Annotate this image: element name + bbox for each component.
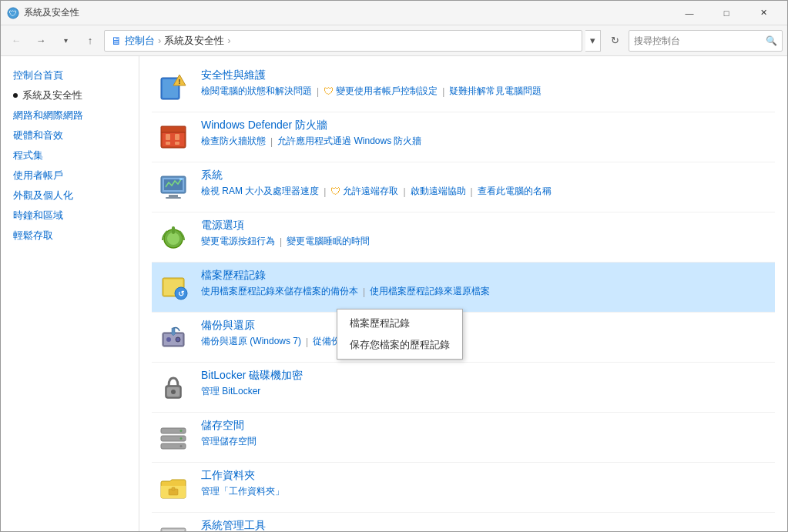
file-history-tooltip: 檔案歷程記錄 保存您檔案的歷程記錄 [337,309,463,360]
sidebar-item-home[interactable]: 控制台首頁 [1,65,139,85]
svg-rect-11 [166,142,170,145]
security-maintenance-body: 安全性與維護 檢閱電腦的狀態和解決問題 | 🛡變更使用者帳戶控制設定 | 疑難排… [201,69,772,98]
sidebar-item-system-security[interactable]: 系統及安全性 [1,85,139,105]
section-security-maintenance: ! 安全性與維護 檢閱電腦的狀態和解決問題 | 🛡變更使用者帳戶控制設定 | 疑… [152,62,775,112]
bitlocker-icon [155,369,192,406]
svg-rect-21 [172,226,175,234]
sidebar-item-label: 系統及安全性 [22,89,82,102]
link-ram-speed[interactable]: 檢視 RAM 大小及處理器速度 [201,185,319,198]
sidebar-item-label: 時鐘和區域 [13,209,63,223]
link-sleep-time[interactable]: 變更電腦睡眠的時間 [287,235,370,248]
sidebar-item-user-accounts[interactable]: 使用者帳戶 [1,166,139,186]
minimize-button[interactable]: — [672,1,707,25]
link-review-computer[interactable]: 檢閱電腦的狀態和解決問題 [201,85,312,98]
backup-icon [155,319,192,356]
link-save-backup[interactable]: 使用檔案歷程記錄來儲存檔案的備份本 [201,285,358,298]
file-history-title[interactable]: 檔案歷程記錄 [201,269,772,283]
svg-point-32 [171,390,176,394]
link-backup-restore-win7[interactable]: 備份與還原 (Windows 7) [201,335,301,348]
forward-button[interactable]: → [30,30,52,52]
section-power: 電源選項 變更電源按鈕行為 | 變更電腦睡眠的時間 [152,212,775,263]
window-controls: — □ ✕ [672,1,781,25]
link-troubleshoot[interactable]: 疑難排解常見電腦問題 [449,85,542,98]
system-links: 檢視 RAM 大小及處理器速度 | 🛡允許遠端存取 | 啟動遠端協助 | 查看此… [201,185,772,198]
power-body: 電源選項 變更電源按鈕行為 | 變更電腦睡眠的時間 [201,219,772,248]
link-manage-work-folder[interactable]: 管理「工作資料夾」 [201,485,284,498]
work-folder-links: 管理「工作資料夾」 [201,485,772,498]
backup-links: 備份與還原 (Windows 7) | 從備份還原檔案 [201,335,772,348]
storage-title[interactable]: 儲存空間 [201,419,772,433]
bitlocker-body: BitLocker 磁碟機加密 管理 BitLocker [201,369,772,398]
close-button[interactable]: ✕ [746,1,781,25]
path-dropdown-button[interactable]: ▾ [585,30,601,52]
power-title[interactable]: 電源選項 [201,219,772,233]
storage-body: 儲存空間 管理儲存空間 [201,419,772,448]
section-file-history: ↺ 檔案歷程記錄 使用檔案歷程記錄來儲存檔案的備份本 | 使用檔案歷程記錄來還原… [152,263,775,313]
breadcrumb-part2[interactable]: 系統及安全性 [164,34,224,48]
search-icon[interactable]: 🔍 [766,35,777,46]
tooltip-item-file-history[interactable]: 檔案歷程記錄 [337,313,462,334]
dropdown-button[interactable]: ▾ [55,30,76,52]
sidebar-item-label: 控制台首頁 [13,69,63,82]
link-restore-files[interactable]: 使用檔案歷程記錄來還原檔案 [370,285,490,298]
backup-title[interactable]: 備份與還原 [201,319,772,333]
svg-rect-42 [163,530,184,531]
link-remote-access[interactable]: 🛡允許遠端存取 [330,185,398,198]
section-firewall: Windows Defender 防火牆 檢查防火牆狀態 | 允許應用程式通過 … [152,112,775,162]
svg-text:!: ! [179,78,181,85]
maximize-button[interactable]: □ [709,1,744,25]
search-input[interactable] [634,35,766,46]
sidebar: 控制台首頁 系統及安全性 網路和網際網路 硬體和音效 程式集 使用者帳戶 外觀及… [1,56,139,531]
work-folder-title[interactable]: 工作資料夾 [201,469,772,483]
link-change-uac[interactable]: 🛡變更使用者帳戶控制設定 [324,85,438,98]
breadcrumb-part1[interactable]: 控制台 [125,34,155,48]
section-backup: 備份與還原 備份與還原 (Windows 7) | 從備份還原檔案 [152,313,775,363]
sidebar-item-clock[interactable]: 時鐘和區域 [1,206,139,226]
firewall-body: Windows Defender 防火牆 檢查防火牆狀態 | 允許應用程式通過 … [201,119,772,148]
system-body: 系統 檢視 RAM 大小及處理器速度 | 🛡允許遠端存取 | 啟動遠端協助 | … [201,169,772,198]
svg-text:↺: ↺ [178,289,185,298]
link-manage-storage[interactable]: 管理儲存空間 [201,435,257,448]
svg-point-29 [176,337,180,342]
firewall-title[interactable]: Windows Defender 防火牆 [201,119,772,132]
bitlocker-title[interactable]: BitLocker 磁碟機加密 [201,369,772,383]
search-box: 🔍 [629,30,783,52]
sidebar-item-label: 使用者帳戶 [13,169,63,182]
sidebar-item-programs[interactable]: 程式集 [1,146,139,166]
tooltip-item-save-history[interactable]: 保存您檔案的歷程記錄 [337,334,462,356]
system-title[interactable]: 系統 [201,169,772,182]
file-history-body: 檔案歷程記錄 使用檔案歷程記錄來儲存檔案的備份本 | 使用檔案歷程記錄來還原檔案 [201,269,772,298]
sidebar-item-label: 硬體和音效 [13,129,63,142]
admin-tools-title[interactable]: 系統管理工具 [201,519,772,531]
main-content: 控制台首頁 系統及安全性 網路和網際網路 硬體和音效 程式集 使用者帳戶 外觀及… [1,56,787,531]
sidebar-item-label: 輕鬆存取 [13,229,53,243]
up-button[interactable]: ↑ [79,30,101,52]
path-separator-1: › [158,35,161,46]
title-bar: 🛡 系統及安全性 — □ ✕ [1,1,787,25]
firewall-icon [155,119,192,156]
link-remote-assist[interactable]: 啟動遠端協助 [411,185,466,198]
sidebar-item-network[interactable]: 網路和網際網路 [1,105,139,125]
sidebar-item-label: 程式集 [13,149,43,162]
link-check-firewall[interactable]: 檢查防火牆狀態 [201,135,266,148]
security-maintenance-title[interactable]: 安全性與維護 [201,69,772,82]
svg-point-36 [180,430,183,432]
address-path[interactable]: 🖥 控制台 › 系統及安全性 › [104,30,582,52]
link-computer-name[interactable]: 查看此電腦的名稱 [478,185,552,198]
shield-icon-uac: 🛡 [324,85,334,97]
svg-rect-15 [169,195,178,197]
link-manage-bitlocker[interactable]: 管理 BitLocker [201,385,260,398]
sidebar-item-appearance[interactable]: 外觀及個人化 [1,186,139,206]
refresh-button[interactable]: ↻ [604,30,625,52]
path-separator-2: › [227,35,230,46]
admin-tools-body: 系統管理工具 釋放磁碟空間 | 重組並最佳化磁碟機 | 🛡建立及格式化硬碟磁碟分… [201,519,772,531]
sidebar-item-ease-access[interactable]: 輕鬆存取 [1,226,139,246]
sidebar-item-hardware[interactable]: 硬體和音效 [1,125,139,146]
link-allow-app[interactable]: 允許應用程式通過 Windows 防火牆 [277,135,421,148]
section-bitlocker: BitLocker 磁碟機加密 管理 BitLocker [152,363,775,413]
power-icon [155,219,192,256]
back-button[interactable]: ← [5,30,27,52]
link-power-button[interactable]: 變更電源按鈕行為 [201,235,275,248]
work-folder-icon [155,469,192,506]
work-folder-body: 工作資料夾 管理「工作資料夾」 [201,469,772,498]
